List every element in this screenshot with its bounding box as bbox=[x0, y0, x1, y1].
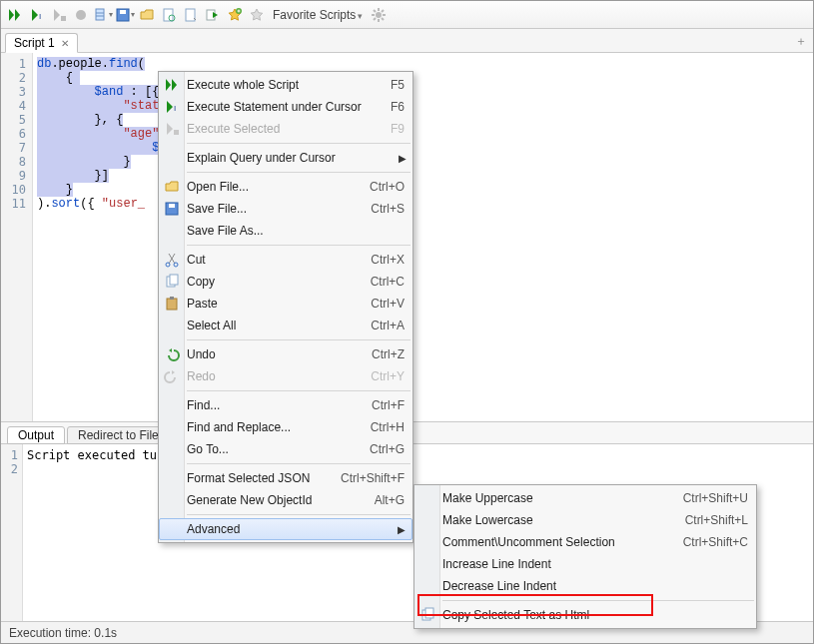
execution-time: Execution time: 0.1s bbox=[9, 626, 117, 640]
menu-icon-blank bbox=[161, 147, 183, 169]
menu-icon-blank bbox=[161, 416, 183, 438]
new-tab-button[interactable]: ＋ bbox=[795, 33, 807, 50]
menu-icon-blank bbox=[161, 315, 183, 336]
menu-item-label: Execute Selected bbox=[183, 122, 381, 136]
disk-icon bbox=[161, 198, 183, 220]
menu-item[interactable]: Advanced▶ bbox=[159, 518, 412, 540]
svg-rect-8 bbox=[186, 9, 195, 21]
menu-shortcut: Ctrl+Y bbox=[361, 369, 405, 383]
output-gutter: 12 bbox=[1, 444, 23, 621]
menu-item[interactable]: Save File As... bbox=[159, 220, 412, 242]
menu-item[interactable]: Comment\Uncomment SelectionCtrl+Shift+C bbox=[414, 531, 756, 553]
menu-item-label: Save File... bbox=[183, 202, 361, 216]
menu-item[interactable]: CopyCtrl+C bbox=[159, 271, 412, 293]
run-stmt-icon: I bbox=[161, 96, 183, 118]
menu-shortcut: Ctrl+A bbox=[361, 319, 405, 332]
menu-shortcut: Ctrl+F bbox=[362, 398, 405, 412]
menu-shortcut: Ctrl+V bbox=[361, 297, 405, 311]
menu-item[interactable]: Format Selected JSONCtrl+Shift+F bbox=[159, 467, 412, 489]
open-icon[interactable] bbox=[137, 5, 157, 25]
save-icon[interactable]: ▾ bbox=[115, 5, 135, 25]
menu-shortcut: Ctrl+X bbox=[361, 253, 405, 267]
svg-point-2 bbox=[76, 10, 86, 20]
menu-item-label: Decrease Line Indent bbox=[438, 579, 748, 593]
svg-rect-20 bbox=[167, 299, 177, 310]
star-gray-icon[interactable] bbox=[247, 5, 267, 25]
menu-item-label: Format Selected JSON bbox=[183, 471, 331, 485]
run-profile-icon[interactable] bbox=[203, 5, 223, 25]
folder-open-icon bbox=[161, 176, 183, 198]
menu-item-label: Save File As... bbox=[183, 224, 405, 238]
menu-item[interactable]: Make LowercaseCtrl+Shift+L bbox=[414, 509, 756, 531]
menu-shortcut: Ctrl+S bbox=[361, 202, 405, 216]
menu-item[interactable]: Find and Replace...Ctrl+H bbox=[159, 416, 412, 438]
menu-icon-blank bbox=[416, 575, 438, 597]
undo-icon bbox=[161, 343, 183, 365]
svg-text:I: I bbox=[174, 104, 176, 113]
menu-icon-blank bbox=[161, 518, 183, 540]
menu-item[interactable]: PasteCtrl+V bbox=[159, 293, 412, 315]
copy-icon bbox=[161, 271, 183, 293]
menu-item[interactable]: Find...Ctrl+F bbox=[159, 394, 412, 416]
run-sel-icon[interactable] bbox=[49, 5, 69, 25]
menu-item-label: Open File... bbox=[183, 180, 360, 194]
menu-item[interactable]: Execute whole ScriptF5 bbox=[159, 74, 412, 96]
run-all-icon[interactable] bbox=[5, 5, 25, 25]
menu-shortcut: Alt+G bbox=[365, 493, 405, 507]
menu-item[interactable]: Open File...Ctrl+O bbox=[159, 176, 412, 198]
svg-rect-19 bbox=[170, 275, 178, 285]
svg-rect-5 bbox=[120, 10, 126, 14]
close-icon[interactable]: ✕ bbox=[61, 38, 69, 49]
line-gutter: 1234567891011 bbox=[1, 53, 33, 421]
run-stmt-icon[interactable]: I bbox=[27, 5, 47, 25]
gear-icon[interactable] bbox=[369, 5, 389, 25]
menu-shortcut: Ctrl+H bbox=[361, 420, 405, 434]
menu-item-label: Select All bbox=[183, 319, 361, 332]
menu-shortcut: Ctrl+Shift+U bbox=[673, 491, 748, 505]
svg-point-11 bbox=[376, 12, 382, 18]
menu-item[interactable]: Go To...Ctrl+G bbox=[159, 438, 412, 460]
menu-shortcut: Ctrl+C bbox=[361, 275, 405, 289]
menu-item[interactable]: Decrease Line Indent bbox=[414, 575, 756, 597]
menu-shortcut: Ctrl+Shift+C bbox=[673, 535, 748, 549]
menu-shortcut: Ctrl+Shift+L bbox=[675, 513, 748, 527]
menu-item-label: Cut bbox=[183, 253, 361, 267]
doc-icon[interactable] bbox=[159, 5, 179, 25]
code-area[interactable]: db.people.find( { $and : [{ "stat }, { "… bbox=[33, 53, 813, 421]
star-add-icon[interactable] bbox=[225, 5, 245, 25]
menu-item[interactable]: Copy Selected Text as Html bbox=[414, 604, 756, 626]
tab-redirect[interactable]: Redirect to File bbox=[67, 426, 170, 444]
menu-item[interactable]: IExecute Statement under CursorF6 bbox=[159, 96, 412, 118]
tab-output[interactable]: Output bbox=[7, 426, 65, 444]
main-toolbar: I ▾ ▾ Favorite Scripts bbox=[1, 1, 813, 29]
menu-icon-blank bbox=[161, 220, 183, 242]
menu-item[interactable]: Generate New ObjectIdAlt+G bbox=[159, 489, 412, 511]
menu-item[interactable]: CutCtrl+X bbox=[159, 249, 412, 271]
svg-rect-21 bbox=[170, 297, 174, 300]
menu-item[interactable]: Increase Line Indent bbox=[414, 553, 756, 575]
context-submenu-advanced: Make UppercaseCtrl+Shift+UMake Lowercase… bbox=[413, 484, 757, 629]
svg-text:I: I bbox=[39, 12, 41, 21]
doc2-icon[interactable] bbox=[181, 5, 201, 25]
menu-item[interactable]: Select AllCtrl+A bbox=[159, 315, 412, 336]
menu-item[interactable]: RedoCtrl+Y bbox=[159, 365, 412, 387]
menu-icon-blank bbox=[161, 489, 183, 511]
favorite-scripts-menu[interactable]: Favorite Scripts bbox=[273, 8, 363, 22]
menu-item-label: Copy Selected Text as Html bbox=[438, 608, 748, 622]
menu-item[interactable]: Make UppercaseCtrl+Shift+U bbox=[414, 487, 756, 509]
menu-item[interactable]: Save File...Ctrl+S bbox=[159, 198, 412, 220]
editor-tabbar: Script 1 ✕ ＋ bbox=[1, 29, 813, 53]
stop-icon[interactable] bbox=[71, 5, 91, 25]
tab-script-1[interactable]: Script 1 ✕ bbox=[5, 33, 78, 53]
menu-item-label: Increase Line Indent bbox=[438, 557, 748, 571]
menu-shortcut: F9 bbox=[381, 122, 405, 136]
menu-icon-blank bbox=[416, 509, 438, 531]
menu-item-label: Make Uppercase bbox=[438, 491, 673, 505]
explain-icon[interactable]: ▾ bbox=[93, 5, 113, 25]
menu-item[interactable]: Explain Query under Cursor▶ bbox=[159, 147, 412, 169]
redo-icon bbox=[161, 365, 183, 387]
menu-item[interactable]: Execute SelectedF9 bbox=[159, 118, 412, 140]
menu-item[interactable]: UndoCtrl+Z bbox=[159, 343, 412, 365]
menu-shortcut: Ctrl+Shift+F bbox=[331, 471, 405, 485]
paste-icon bbox=[161, 293, 183, 315]
